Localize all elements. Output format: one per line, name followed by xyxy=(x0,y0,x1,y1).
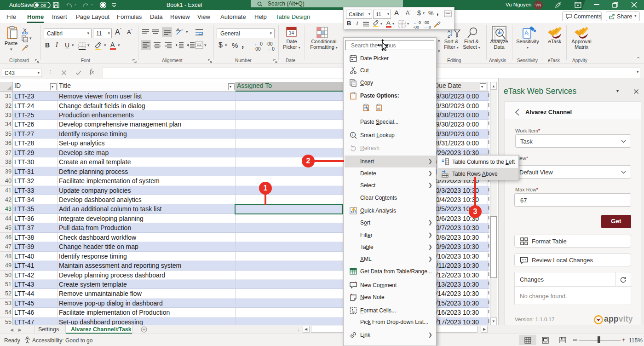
svg-text:A: A xyxy=(448,29,450,34)
svg-text:14: 14 xyxy=(289,30,294,35)
svg-text:i: i xyxy=(352,133,353,137)
svg-text:Off: Off xyxy=(40,3,46,8)
svg-text:Z: Z xyxy=(448,34,450,39)
